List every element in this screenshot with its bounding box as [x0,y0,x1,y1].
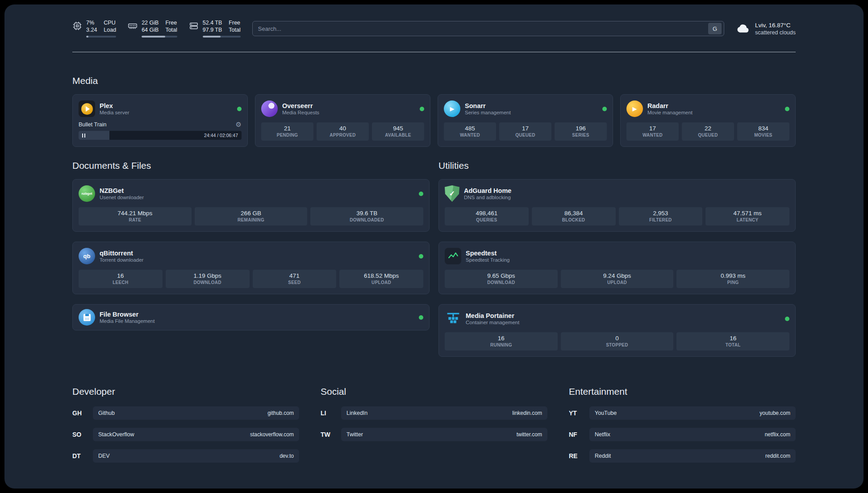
bookmark-github[interactable]: GH Github github.com [72,406,299,420]
disk-icon [189,21,199,31]
stat-value: 196 [556,125,605,132]
stat-queued: 22 QUEUED [682,122,734,141]
gear-icon[interactable]: ⚙ [236,121,242,128]
radarr-icon: ▶ [626,100,643,117]
section-title-documents: Documents & Files [72,160,430,171]
stat-value: 86,384 [534,209,614,217]
bookmark-url: netflix.com [765,431,790,438]
dashboard-app: 7% 3.24 CPU Load [4,4,864,489]
stat-value: 2,953 [621,209,701,217]
ram-widget: 22 GiB 64 GiB Free Total [128,20,177,38]
stat-queued: 17 QUEUED [499,122,551,141]
stat-label: MOVIES [739,132,788,138]
app-card-qbittorrent[interactable]: qb qBittorrent Torrent downloader 16 LEE… [72,242,430,294]
bookmark-name: StackOverflow [98,431,134,438]
app-card-sonarr[interactable]: ▶ Sonarr Series management 485 WANTED [438,94,613,147]
weather-condition: scattered clouds [755,29,796,36]
bookmark-url: twitter.com [517,431,542,438]
stat-label: LEECH [80,280,161,285]
app-card-radarr[interactable]: ▶ Radarr Movie management 17 WANTED [620,94,796,147]
stat-label: UPLOAD [341,280,421,285]
cpu-widget: 7% 3.24 CPU Load [72,20,116,38]
stat-value: 0 [563,334,672,342]
bookmark-url: github.com [267,410,294,416]
stat-approved: 40 APPROVED [317,122,369,141]
ram-label-bottom: Total [165,27,177,33]
stat-label: AVAILABLE [374,132,422,138]
sonarr-icon: ▶ [444,100,460,117]
weather-location: Lviv, 16.87°C [755,21,796,29]
app-card-plex[interactable]: Plex Media server Bullet Train ⚙ 24:44 /… [72,94,248,147]
app-card-portainer[interactable]: Media Portainer Container management 16 … [438,304,796,357]
bookmark-name: Github [98,410,115,416]
app-title: Plex [100,102,129,109]
stat-upload: 618.52 Mbps UPLOAD [339,270,423,288]
cpu-loadavg: 3.24 [86,27,97,33]
stat-wanted: 485 WANTED [444,122,496,141]
stat-label: REMAINING [196,217,306,223]
bookmark-netflix[interactable]: NF Netflix netflix.com [569,428,796,441]
stat-filtered: 2,953 FILTERED [619,207,703,226]
stat-seed: 471 SEED [253,270,337,288]
bookmark-url: youtube.com [760,410,790,416]
stat-download: 9.65 Gbps DOWNLOAD [445,270,558,288]
disk-total: 97.9 TB [203,27,222,33]
app-title: qBittorrent [100,250,143,257]
stat-value: 16 [447,334,556,342]
app-title: Media Portainer [466,312,519,319]
pause-button[interactable] [82,134,85,138]
app-card-adguard[interactable]: ✓ AdGuard Home DNS and adblocking 498,46… [438,179,796,232]
stat-value: 22 [684,125,732,132]
ram-icon [128,21,138,31]
search-input[interactable] [258,25,708,32]
bookmark-linkedin[interactable]: LI LinkedIn linkedin.com [321,406,547,420]
bookmark-reddit[interactable]: RE Reddit reddit.com [569,449,796,463]
nzbget-icon: nzbget [79,185,95,202]
stat-label: LATENCY [707,217,788,223]
bookmark-group-developer: Developer GH Github github.com SO StackO… [72,386,299,471]
app-subtitle: Media server [100,110,129,115]
bookmark-dev[interactable]: DT DEV dev.to [72,449,299,463]
app-title: File Browser [100,311,154,318]
weather-widget[interactable]: Lviv, 16.87°C scattered clouds [736,21,796,36]
app-card-filebrowser[interactable]: File Browser Media File Management [72,304,430,330]
stat-label: STOPPED [563,342,672,348]
app-card-speedtest[interactable]: Speedtest Speedtest Tracking 9.65 Gbps D… [438,242,796,294]
status-dot [419,192,423,196]
cpu-progress-fill [86,36,88,38]
ram-free: 22 GiB [142,20,159,26]
disk-free: 52.4 TB [203,20,222,26]
app-subtitle: Movie management [647,110,693,115]
stat-value: 945 [374,125,422,132]
stat-blocked: 86,384 BLOCKED [532,207,616,226]
ram-label-top: Free [165,20,177,26]
bookmark-abbr: DT [72,452,90,460]
stat-label: QUEUED [501,132,550,138]
bookmark-abbr: TW [321,431,338,438]
stat-rate: 744.21 Mbps RATE [79,207,192,226]
bookmark-youtube[interactable]: YT YouTube youtube.com [569,406,796,420]
section-title-social: Social [321,386,547,397]
search-bar: G [252,21,724,36]
stat-running: 16 RUNNING [445,332,558,351]
app-card-overseerr[interactable]: Overseerr Media Requests 21 PENDING 40 A… [255,94,430,147]
section-utilities: Utilities ✓ AdGuard Home DNS and adblock… [438,160,796,357]
app-card-nzbget[interactable]: nzbget NZBGet Usenet downloader 744.21 M… [72,179,430,232]
bookmark-group-social: Social LI LinkedIn linkedin.com TW Twitt… [321,386,547,471]
stat-value: 1.19 Gbps [167,272,248,280]
qbittorrent-icon: qb [79,248,95,264]
stat-label: RUNNING [447,342,556,348]
bookmark-abbr: RE [569,452,587,460]
stat-value: 618.52 Mbps [341,272,421,280]
bookmark-url: dev.to [280,453,294,459]
bookmark-twitter[interactable]: TW Twitter twitter.com [321,428,547,441]
bookmark-stackoverflow[interactable]: SO StackOverflow stackoverflow.com [72,428,299,441]
bookmark-abbr: NF [569,431,587,438]
player-progress-bar[interactable]: 24:44 / 02:06:47 [79,131,242,140]
stat-value: 0.993 ms [678,272,788,280]
stat-value: 9.24 Gbps [563,272,672,280]
cpu-progress-bar [86,36,116,38]
app-subtitle: Media File Management [100,318,154,324]
search-engine-button[interactable]: G [708,23,722,34]
app-title: Overseerr [282,102,319,109]
